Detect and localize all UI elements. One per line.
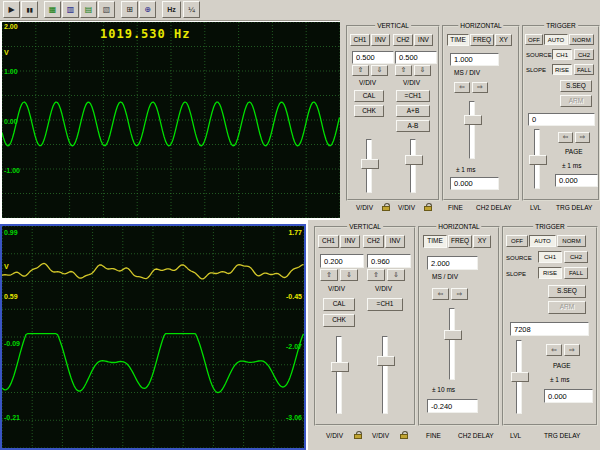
ch2-lock-icon[interactable] — [424, 203, 433, 212]
ch1-button[interactable]: CH1 — [350, 34, 370, 46]
trigger-page-right-icon[interactable]: ⇨ — [564, 344, 580, 356]
slider-thumb[interactable] — [405, 155, 423, 165]
trigger-off-button[interactable]: OFF — [506, 235, 528, 247]
trigger-page-left-icon[interactable]: ⇦ — [546, 344, 562, 356]
trigger-off-button[interactable]: OFF — [525, 34, 543, 45]
freq-button[interactable]: FREQ — [470, 34, 494, 46]
trigger-page-left-icon[interactable]: ⇦ — [558, 132, 573, 143]
timebase-slider[interactable] — [464, 101, 480, 159]
eq-ch1-button[interactable]: =CH1 — [396, 90, 430, 102]
zoom-icon[interactable]: ⊕ — [139, 1, 156, 18]
ch1-position-slider[interactable] — [331, 336, 347, 414]
timebase-slider[interactable] — [444, 308, 460, 380]
ch1-vdiv-up-icon[interactable]: ⇧ — [352, 65, 369, 76]
xy-button[interactable]: XY — [473, 235, 491, 248]
slider-thumb[interactable] — [377, 356, 395, 366]
xy-button[interactable]: XY — [495, 34, 512, 46]
timebase-left-icon[interactable]: ⇦ — [432, 288, 449, 300]
slider-thumb[interactable] — [331, 362, 349, 372]
trigger-norm-button[interactable]: NORM — [557, 235, 586, 247]
trigger-delay-value[interactable]: 0.000 — [555, 174, 598, 187]
export-icon[interactable]: ▤ — [80, 1, 97, 18]
trigger-auto-button[interactable]: AUTO — [544, 34, 568, 45]
trigger-source-ch2-button[interactable]: CH2 — [574, 49, 594, 60]
trigger-source-ch1-button[interactable]: CH1 — [538, 251, 562, 263]
a-plus-b-button[interactable]: A+B — [396, 105, 430, 117]
arm-button[interactable]: ARM — [548, 301, 586, 314]
ch2-vdiv-up-icon[interactable]: ⇧ — [395, 65, 412, 76]
slider-thumb[interactable] — [464, 115, 482, 125]
trigger-level-value[interactable]: 7208 — [510, 322, 589, 336]
save-icon[interactable]: ▦ — [44, 1, 61, 18]
ch2-position-slider[interactable] — [377, 336, 393, 414]
ch2-vdiv-value[interactable]: 0.500 — [395, 51, 437, 64]
slider-thumb[interactable] — [361, 159, 379, 169]
single-sequence-button[interactable]: S.SEQ — [560, 80, 592, 92]
ch1-position-slider[interactable] — [361, 139, 377, 193]
arm-button[interactable]: ARM — [560, 95, 592, 107]
timebase-left-icon[interactable]: ⇦ — [454, 82, 470, 93]
slider-track[interactable] — [410, 139, 416, 193]
ch1-vdiv-down-icon[interactable]: ⇩ — [340, 269, 358, 281]
ch1-lock-icon[interactable] — [354, 431, 363, 440]
ch2-vdiv-up-icon[interactable]: ⇧ — [367, 269, 385, 281]
ch1-vdiv-up-icon[interactable]: ⇧ — [320, 269, 338, 281]
scale-icon[interactable]: ¼ — [183, 1, 200, 18]
ch1-vdiv-value[interactable]: 0.500 — [352, 51, 394, 64]
eq-ch1-button[interactable]: =CH1 — [367, 298, 403, 311]
trigger-source-ch2-button[interactable]: CH2 — [564, 251, 588, 263]
ch1-vdiv-value[interactable]: 0.200 — [320, 254, 364, 268]
trigger-level-slider[interactable] — [511, 340, 527, 414]
slope-fall-button[interactable]: FALL — [564, 267, 588, 279]
time-button[interactable]: TIME — [447, 34, 469, 46]
single-sequence-button[interactable]: S.SEQ — [548, 285, 586, 298]
ch2-vdiv-value[interactable]: 0.960 — [367, 254, 411, 268]
ch2-position-slider[interactable] — [405, 139, 421, 193]
play-icon[interactable]: ▶ — [3, 1, 20, 18]
timebase-right-icon[interactable]: ⇨ — [472, 82, 488, 93]
trigger-level-value[interactable]: 0 — [528, 113, 595, 126]
slope-rise-button[interactable]: RISE — [552, 64, 572, 75]
slope-fall-button[interactable]: FALL — [574, 64, 594, 75]
frequency-counter-icon[interactable]: Hz — [162, 1, 181, 18]
chk-button[interactable]: CHK — [323, 314, 355, 327]
trigger-level-slider[interactable] — [529, 129, 545, 189]
ch1-lock-icon[interactable] — [382, 203, 391, 212]
ch2-delay-value[interactable]: 0.000 — [450, 177, 499, 190]
ch2-lock-icon[interactable] — [400, 431, 409, 440]
ch2-invert-button[interactable]: INV — [385, 235, 405, 248]
trigger-delay-value[interactable]: 0.000 — [544, 389, 593, 403]
cal-button[interactable]: CAL — [323, 298, 355, 311]
display-mode-icon[interactable]: ⊞ — [121, 1, 138, 18]
slider-track[interactable] — [449, 308, 455, 380]
slider-track[interactable] — [469, 101, 475, 159]
ch1-invert-button[interactable]: INV — [340, 235, 360, 248]
slider-track[interactable] — [336, 336, 342, 414]
slider-thumb[interactable] — [444, 330, 462, 340]
ch2-vdiv-down-icon[interactable]: ⇩ — [414, 65, 431, 76]
open-icon[interactable]: ▥ — [62, 1, 79, 18]
trigger-auto-button[interactable]: AUTO — [529, 235, 556, 247]
ch2-delay-value[interactable]: -0.240 — [427, 399, 478, 413]
ch2-button[interactable]: CH2 — [363, 235, 384, 248]
a-minus-b-button[interactable]: A-B — [396, 120, 430, 132]
ch2-invert-button[interactable]: INV — [414, 34, 433, 46]
ch2-vdiv-down-icon[interactable]: ⇩ — [387, 269, 405, 281]
ch1-button[interactable]: CH1 — [318, 235, 339, 248]
trigger-page-right-icon[interactable]: ⇨ — [575, 132, 590, 143]
ch1-vdiv-down-icon[interactable]: ⇩ — [371, 65, 388, 76]
trigger-source-ch1-button[interactable]: CH1 — [552, 49, 572, 60]
timebase-value[interactable]: 2.000 — [427, 256, 478, 270]
slope-rise-button[interactable]: RISE — [538, 267, 562, 279]
pause-icon[interactable]: ▮▮ — [21, 1, 38, 18]
slider-thumb[interactable] — [529, 155, 547, 165]
copy-icon[interactable]: ▧ — [98, 1, 115, 18]
ch2-button[interactable]: CH2 — [393, 34, 413, 46]
freq-button[interactable]: FREQ — [448, 235, 472, 248]
timebase-right-icon[interactable]: ⇨ — [451, 288, 468, 300]
cal-button[interactable]: CAL — [354, 90, 384, 102]
time-button[interactable]: TIME — [423, 235, 447, 248]
slider-track[interactable] — [382, 336, 388, 414]
ch1-invert-button[interactable]: INV — [371, 34, 390, 46]
chk-button[interactable]: CHK — [354, 105, 384, 117]
